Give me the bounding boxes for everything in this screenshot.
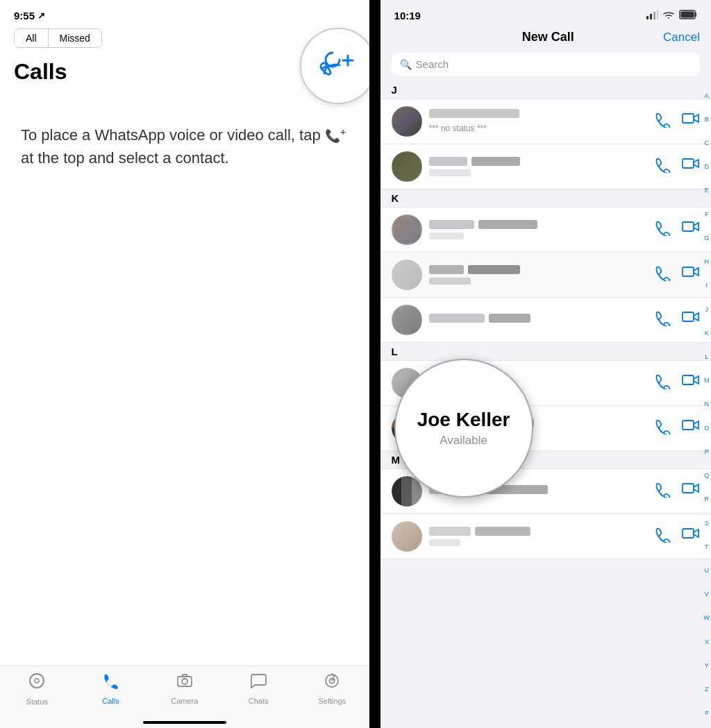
camera-icon bbox=[176, 672, 194, 690]
contact-actions bbox=[654, 111, 700, 132]
alpha-Z[interactable]: Z bbox=[704, 686, 710, 693]
video-call-icon[interactable] bbox=[682, 265, 700, 285]
search-bar[interactable]: 🔍 Search bbox=[392, 53, 700, 76]
alpha-P[interactable]: P bbox=[704, 449, 710, 455]
contact-row[interactable] bbox=[380, 144, 711, 189]
voice-call-icon[interactable] bbox=[654, 373, 671, 393]
alpha-D[interactable]: D bbox=[704, 164, 710, 170]
alpha-B[interactable]: B bbox=[704, 117, 710, 123]
avatar bbox=[392, 260, 422, 290]
contact-info bbox=[429, 157, 647, 176]
phone-icon bbox=[654, 219, 671, 236]
voice-call-icon[interactable] bbox=[654, 111, 671, 132]
alphabet-index[interactable]: A B C D E F G H I J K L M N O P Q R S T … bbox=[703, 81, 712, 728]
svg-point-3 bbox=[35, 679, 39, 683]
contact-row-joe-keller[interactable] bbox=[380, 253, 711, 298]
alpha-O[interactable]: O bbox=[704, 425, 710, 432]
alpha-X[interactable]: X bbox=[704, 639, 710, 645]
alpha-S[interactable]: S bbox=[704, 520, 710, 527]
video-call-icon[interactable] bbox=[682, 310, 700, 330]
voice-call-icon[interactable] bbox=[654, 264, 671, 285]
contact-row[interactable] bbox=[380, 208, 711, 253]
section-header-l: L bbox=[380, 343, 711, 361]
tab-calls[interactable]: Calls bbox=[74, 672, 147, 705]
zoomed-contact-name: Joe Keller bbox=[417, 409, 510, 431]
chats-tab-icon bbox=[249, 672, 267, 694]
video-call-icon[interactable] bbox=[682, 373, 700, 393]
alpha-J[interactable]: J bbox=[704, 307, 710, 313]
alpha-A[interactable]: A bbox=[704, 93, 710, 99]
voice-call-icon[interactable] bbox=[654, 219, 671, 240]
cancel-button[interactable]: Cancel bbox=[663, 31, 700, 44]
contact-actions bbox=[654, 373, 700, 393]
svg-rect-20 bbox=[683, 375, 694, 384]
alpha-V[interactable]: V bbox=[704, 591, 710, 598]
tab-settings[interactable]: Settings bbox=[295, 672, 369, 705]
tab-camera[interactable]: Camera bbox=[148, 672, 221, 705]
voice-call-icon[interactable] bbox=[654, 418, 671, 439]
avatar bbox=[392, 521, 422, 552]
video-call-icon[interactable] bbox=[682, 482, 700, 501]
video-call-icon[interactable] bbox=[682, 157, 700, 176]
right-status-icons bbox=[646, 10, 697, 22]
filter-missed-button[interactable]: Missed bbox=[49, 29, 101, 47]
phone-icon bbox=[654, 310, 671, 326]
blurred-name-k3 bbox=[429, 314, 647, 323]
alpha-Q[interactable]: Q bbox=[704, 473, 710, 479]
alpha-R[interactable]: R bbox=[704, 496, 710, 502]
video-call-icon[interactable] bbox=[682, 418, 700, 438]
instruction-text: To place a WhatsApp voice or video call,… bbox=[21, 126, 325, 144]
status-tab-icon bbox=[28, 672, 46, 690]
contact-row[interactable] bbox=[380, 514, 711, 559]
settings-tab-icon bbox=[323, 672, 341, 694]
alpha-E[interactable]: E bbox=[704, 187, 710, 194]
tab-camera-label: Camera bbox=[171, 697, 198, 705]
svg-rect-9 bbox=[650, 14, 652, 19]
alpha-T[interactable]: T bbox=[704, 544, 710, 550]
alpha-W[interactable]: W bbox=[704, 615, 710, 621]
svg-point-5 bbox=[182, 679, 187, 684]
voice-call-icon[interactable] bbox=[654, 481, 671, 502]
tab-status[interactable]: Status bbox=[0, 672, 74, 706]
tab-chats[interactable]: Chats bbox=[221, 672, 295, 705]
video-call-icon[interactable] bbox=[682, 220, 700, 239]
avatar bbox=[392, 214, 422, 245]
left-panel: 9:55 ↗ All Missed Calls To place a Whats… bbox=[0, 0, 369, 728]
alpha-C[interactable]: C bbox=[704, 140, 710, 146]
contact-row[interactable] bbox=[380, 298, 711, 343]
video-icon bbox=[682, 112, 700, 127]
alpha-Y[interactable]: Y bbox=[704, 663, 710, 669]
video-icon bbox=[682, 265, 700, 280]
filter-all-button[interactable]: All bbox=[15, 29, 48, 47]
alpha-I[interactable]: I bbox=[704, 282, 710, 289]
alpha-M[interactable]: M bbox=[704, 378, 710, 384]
voice-call-icon[interactable] bbox=[654, 526, 671, 547]
new-call-icon bbox=[317, 47, 359, 85]
video-call-icon[interactable] bbox=[682, 112, 700, 131]
signal-icon bbox=[646, 10, 658, 19]
chats-bubble-icon bbox=[249, 672, 267, 690]
alpha-G[interactable]: G bbox=[704, 235, 710, 242]
alpha-F[interactable]: F bbox=[704, 212, 710, 218]
right-time: 10:19 bbox=[394, 10, 421, 22]
svg-rect-14 bbox=[681, 12, 694, 18]
video-icon bbox=[682, 157, 700, 172]
alpha-N[interactable]: N bbox=[704, 401, 710, 407]
blurred-name-k2 bbox=[429, 265, 647, 274]
alpha-H[interactable]: H bbox=[704, 259, 710, 265]
contact-actions bbox=[654, 526, 700, 547]
video-call-icon[interactable] bbox=[682, 527, 700, 546]
voice-call-icon[interactable] bbox=[654, 156, 671, 177]
alpha-U[interactable]: U bbox=[704, 568, 710, 574]
section-header-j: J bbox=[380, 81, 711, 99]
alpha-L[interactable]: L bbox=[704, 354, 710, 360]
screen-divider bbox=[369, 0, 380, 728]
alpha-hash[interactable]: # bbox=[704, 710, 710, 716]
blurred-status-m2 bbox=[429, 539, 460, 546]
status-icon bbox=[28, 672, 46, 695]
contact-row[interactable]: *** no status *** bbox=[380, 99, 711, 144]
alpha-K[interactable]: K bbox=[704, 330, 710, 337]
svg-rect-13 bbox=[695, 12, 696, 17]
phone-icon bbox=[654, 156, 671, 173]
voice-call-icon[interactable] bbox=[654, 310, 671, 330]
